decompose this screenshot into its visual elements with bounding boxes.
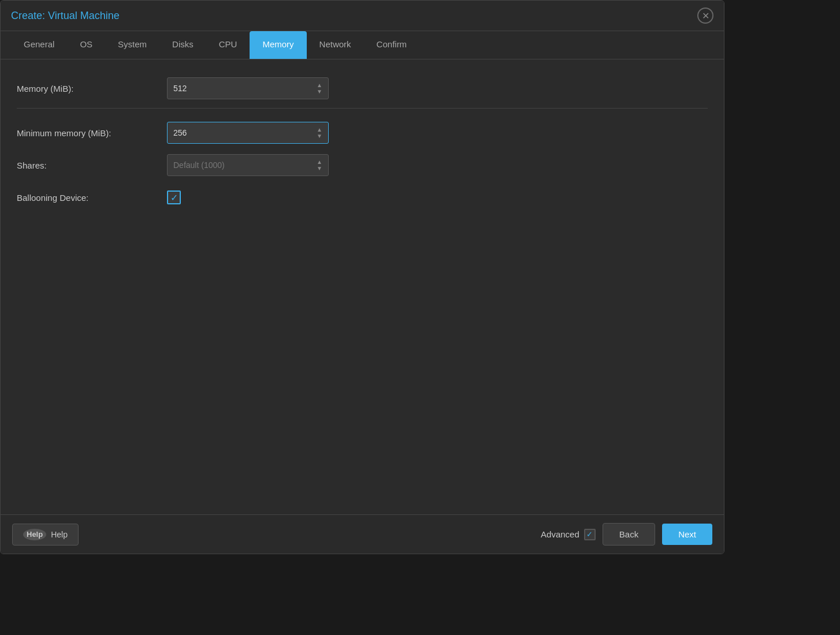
memory-label: Memory (MiB):	[17, 84, 167, 94]
tab-confirm[interactable]: Confirm	[364, 31, 420, 59]
min-memory-up-arrow[interactable]: ▲	[317, 127, 322, 133]
min-memory-down-arrow[interactable]: ▼	[317, 133, 322, 139]
shares-row: Shares: Default (1000) ▲ ▼	[17, 152, 708, 178]
ballooning-row: Ballooning Device: ✓	[17, 185, 708, 210]
tab-cpu[interactable]: CPU	[206, 31, 250, 59]
dialog-title: Create: Virtual Machine	[11, 10, 120, 22]
advanced-label-wrap: Advanced ✓	[541, 529, 596, 540]
back-button[interactable]: Back	[603, 523, 655, 546]
help-label: Help	[51, 530, 68, 539]
memory-value: 512	[173, 84, 187, 93]
min-memory-label: Minimum memory (MiB):	[17, 128, 167, 138]
tab-network[interactable]: Network	[307, 31, 364, 59]
tab-os[interactable]: OS	[67, 31, 105, 59]
memory-up-arrow[interactable]: ▲	[317, 83, 322, 88]
help-button[interactable]: Help Help	[12, 524, 79, 546]
tab-disks[interactable]: Disks	[159, 31, 206, 59]
min-memory-value: 256	[173, 128, 187, 137]
main-content: Memory (MiB): 512 ▲ ▼ Minimum memory (Mi…	[1, 59, 724, 514]
memory-down-arrow[interactable]: ▼	[317, 89, 322, 95]
shares-placeholder: Default (1000)	[173, 160, 225, 170]
close-button[interactable]: ✕	[697, 8, 713, 24]
min-memory-spinner[interactable]: ▲ ▼	[317, 127, 322, 139]
footer-right: Advanced ✓ Back Next	[541, 523, 712, 546]
shares-spinner[interactable]: ▲ ▼	[317, 159, 322, 171]
memory-row: Memory (MiB): 512 ▲ ▼	[17, 76, 708, 101]
tab-memory[interactable]: Memory	[250, 31, 306, 59]
advanced-text: Advanced	[541, 529, 579, 539]
shares-down-arrow[interactable]: ▼	[317, 166, 322, 171]
min-memory-row: Minimum memory (MiB): 256 ▲ ▼	[17, 120, 708, 145]
memory-spinner[interactable]: ▲ ▼	[317, 83, 322, 95]
divider	[17, 108, 708, 109]
shares-up-arrow[interactable]: ▲	[317, 159, 322, 165]
ballooning-checkbox[interactable]: ✓	[167, 190, 181, 204]
min-memory-input[interactable]: 256 ▲ ▼	[167, 122, 329, 144]
advanced-checkbox[interactable]: ✓	[584, 529, 596, 540]
ballooning-checkmark: ✓	[170, 192, 178, 203]
tab-system[interactable]: System	[105, 31, 159, 59]
title-bar: Create: Virtual Machine ✕	[1, 1, 724, 31]
help-icon: Help	[23, 529, 46, 540]
memory-input[interactable]: 512 ▲ ▼	[167, 77, 329, 99]
adv-checkmark: ✓	[586, 530, 593, 539]
next-button[interactable]: Next	[662, 524, 712, 545]
tab-general[interactable]: General	[11, 31, 67, 59]
footer: Help Help Advanced ✓ Back Next	[1, 514, 724, 554]
tab-bar: General OS System Disks CPU Memory Netwo…	[1, 31, 724, 59]
shares-label: Shares:	[17, 160, 167, 170]
shares-input[interactable]: Default (1000) ▲ ▼	[167, 154, 329, 176]
ballooning-label: Ballooning Device:	[17, 193, 167, 203]
